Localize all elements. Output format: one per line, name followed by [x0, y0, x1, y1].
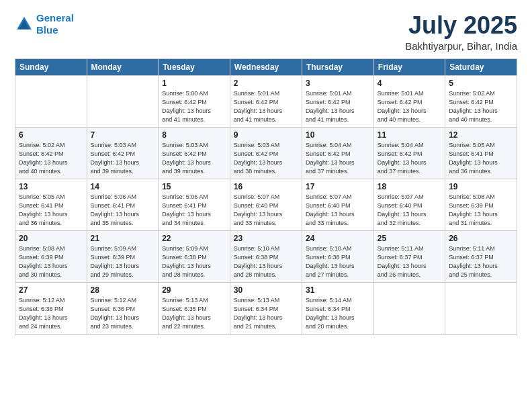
day-number: 13: [19, 182, 83, 191]
logo-icon: [15, 15, 34, 34]
day-number: 18: [378, 182, 441, 191]
calendar-cell: 6Sunrise: 5:02 AM Sunset: 6:42 PM Daylig…: [15, 127, 87, 179]
day-number: 6: [19, 130, 83, 140]
logo-general: General: [36, 12, 74, 24]
day-number: 23: [234, 234, 298, 243]
day-info: Sunrise: 5:06 AM Sunset: 6:41 PM Dayligh…: [91, 193, 155, 228]
day-number: 29: [162, 285, 226, 295]
day-info: Sunrise: 5:05 AM Sunset: 6:41 PM Dayligh…: [19, 193, 83, 228]
day-info: Sunrise: 5:10 AM Sunset: 6:38 PM Dayligh…: [234, 244, 298, 279]
day-number: 30: [234, 285, 298, 295]
day-number: 21: [91, 234, 155, 243]
day-info: Sunrise: 5:01 AM Sunset: 6:42 PM Dayligh…: [306, 89, 370, 124]
day-number: 15: [162, 182, 226, 191]
day-info: Sunrise: 5:02 AM Sunset: 6:42 PM Dayligh…: [19, 141, 83, 176]
day-number: 1: [162, 79, 226, 88]
weekday-header-thursday: Thursday: [302, 58, 374, 75]
logo-text: General Blue: [36, 12, 74, 36]
day-number: 25: [378, 234, 441, 243]
calendar-week-1: 1Sunrise: 5:00 AM Sunset: 6:42 PM Daylig…: [15, 75, 517, 127]
day-info: Sunrise: 5:13 AM Sunset: 6:34 PM Dayligh…: [234, 296, 298, 331]
day-info: Sunrise: 5:08 AM Sunset: 6:39 PM Dayligh…: [449, 193, 513, 228]
day-number: 4: [378, 79, 441, 88]
day-number: 22: [162, 234, 226, 243]
weekday-header-wednesday: Wednesday: [230, 58, 302, 75]
calendar-cell: [15, 75, 87, 127]
header: General Blue July 2025 Bakhtiyarpur, Bih…: [15, 12, 517, 52]
calendar-cell: 27Sunrise: 5:12 AM Sunset: 6:36 PM Dayli…: [15, 283, 87, 334]
page: General Blue July 2025 Bakhtiyarpur, Bih…: [0, 0, 532, 411]
day-number: 17: [306, 182, 370, 191]
calendar-cell: 26Sunrise: 5:11 AM Sunset: 6:37 PM Dayli…: [445, 231, 517, 283]
calendar-cell: 19Sunrise: 5:08 AM Sunset: 6:39 PM Dayli…: [445, 179, 517, 230]
day-info: Sunrise: 5:06 AM Sunset: 6:41 PM Dayligh…: [162, 193, 226, 228]
day-info: Sunrise: 5:12 AM Sunset: 6:36 PM Dayligh…: [19, 296, 83, 331]
calendar-cell: 23Sunrise: 5:10 AM Sunset: 6:38 PM Dayli…: [230, 231, 302, 283]
day-number: 11: [378, 130, 441, 140]
day-number: 3: [306, 79, 370, 88]
calendar-week-3: 13Sunrise: 5:05 AM Sunset: 6:41 PM Dayli…: [15, 179, 517, 230]
day-number: 12: [449, 130, 513, 140]
day-number: 31: [306, 285, 370, 295]
calendar-cell: 22Sunrise: 5:09 AM Sunset: 6:38 PM Dayli…: [159, 231, 230, 283]
day-number: 28: [91, 285, 155, 295]
day-number: 27: [19, 285, 83, 295]
calendar-cell: [445, 283, 517, 334]
day-info: Sunrise: 5:13 AM Sunset: 6:35 PM Dayligh…: [162, 296, 226, 331]
calendar-table: SundayMondayTuesdayWednesdayThursdayFrid…: [15, 58, 517, 335]
calendar-cell: 21Sunrise: 5:09 AM Sunset: 6:39 PM Dayli…: [87, 231, 159, 283]
calendar-cell: 29Sunrise: 5:13 AM Sunset: 6:35 PM Dayli…: [159, 283, 230, 334]
day-info: Sunrise: 5:14 AM Sunset: 6:34 PM Dayligh…: [306, 296, 370, 331]
day-number: 8: [162, 130, 226, 140]
title-block: July 2025 Bakhtiyarpur, Bihar, India: [405, 12, 517, 52]
weekday-header-friday: Friday: [373, 58, 445, 75]
month-title: July 2025: [405, 12, 517, 39]
day-info: Sunrise: 5:09 AM Sunset: 6:39 PM Dayligh…: [91, 244, 155, 279]
location-title: Bakhtiyarpur, Bihar, India: [405, 40, 517, 52]
day-info: Sunrise: 5:10 AM Sunset: 6:38 PM Dayligh…: [306, 244, 370, 279]
day-number: 26: [449, 234, 513, 243]
calendar-week-2: 6Sunrise: 5:02 AM Sunset: 6:42 PM Daylig…: [15, 127, 517, 179]
calendar-cell: 31Sunrise: 5:14 AM Sunset: 6:34 PM Dayli…: [302, 283, 374, 334]
calendar-cell: 2Sunrise: 5:01 AM Sunset: 6:42 PM Daylig…: [230, 75, 302, 127]
day-number: 10: [306, 130, 370, 140]
calendar-cell: 28Sunrise: 5:12 AM Sunset: 6:36 PM Dayli…: [87, 283, 159, 334]
day-info: Sunrise: 5:07 AM Sunset: 6:40 PM Dayligh…: [234, 193, 298, 228]
day-info: Sunrise: 5:03 AM Sunset: 6:42 PM Dayligh…: [91, 141, 155, 176]
calendar-cell: 9Sunrise: 5:03 AM Sunset: 6:42 PM Daylig…: [230, 127, 302, 179]
day-info: Sunrise: 5:07 AM Sunset: 6:40 PM Dayligh…: [306, 193, 370, 228]
day-number: 24: [306, 234, 370, 243]
calendar-week-4: 20Sunrise: 5:08 AM Sunset: 6:39 PM Dayli…: [15, 231, 517, 283]
calendar-cell: 10Sunrise: 5:04 AM Sunset: 6:42 PM Dayli…: [302, 127, 374, 179]
day-info: Sunrise: 5:09 AM Sunset: 6:38 PM Dayligh…: [162, 244, 226, 279]
calendar-cell: 12Sunrise: 5:05 AM Sunset: 6:41 PM Dayli…: [445, 127, 517, 179]
weekday-header-saturday: Saturday: [445, 58, 517, 75]
calendar-cell: 13Sunrise: 5:05 AM Sunset: 6:41 PM Dayli…: [15, 179, 87, 230]
calendar-cell: [373, 283, 445, 334]
calendar-cell: 25Sunrise: 5:11 AM Sunset: 6:37 PM Dayli…: [373, 231, 445, 283]
day-info: Sunrise: 5:03 AM Sunset: 6:42 PM Dayligh…: [234, 141, 298, 176]
calendar-cell: 30Sunrise: 5:13 AM Sunset: 6:34 PM Dayli…: [230, 283, 302, 334]
day-info: Sunrise: 5:05 AM Sunset: 6:41 PM Dayligh…: [449, 141, 513, 176]
day-info: Sunrise: 5:01 AM Sunset: 6:42 PM Dayligh…: [378, 89, 441, 124]
day-info: Sunrise: 5:12 AM Sunset: 6:36 PM Dayligh…: [91, 296, 155, 331]
calendar-cell: 8Sunrise: 5:03 AM Sunset: 6:42 PM Daylig…: [159, 127, 230, 179]
day-info: Sunrise: 5:04 AM Sunset: 6:42 PM Dayligh…: [378, 141, 441, 176]
day-info: Sunrise: 5:07 AM Sunset: 6:40 PM Dayligh…: [378, 193, 441, 228]
day-info: Sunrise: 5:02 AM Sunset: 6:42 PM Dayligh…: [449, 89, 513, 124]
weekday-header-monday: Monday: [87, 58, 159, 75]
day-info: Sunrise: 5:11 AM Sunset: 6:37 PM Dayligh…: [378, 244, 441, 279]
calendar-week-5: 27Sunrise: 5:12 AM Sunset: 6:36 PM Dayli…: [15, 283, 517, 334]
calendar-cell: [87, 75, 159, 127]
calendar-cell: 1Sunrise: 5:00 AM Sunset: 6:42 PM Daylig…: [159, 75, 230, 127]
day-number: 20: [19, 234, 83, 243]
calendar-cell: 3Sunrise: 5:01 AM Sunset: 6:42 PM Daylig…: [302, 75, 374, 127]
day-number: 2: [234, 79, 298, 88]
logo-blue: Blue: [36, 24, 58, 36]
weekday-header-sunday: Sunday: [15, 58, 87, 75]
day-info: Sunrise: 5:01 AM Sunset: 6:42 PM Dayligh…: [234, 89, 298, 124]
calendar-cell: 18Sunrise: 5:07 AM Sunset: 6:40 PM Dayli…: [373, 179, 445, 230]
day-info: Sunrise: 5:08 AM Sunset: 6:39 PM Dayligh…: [19, 244, 83, 279]
day-info: Sunrise: 5:04 AM Sunset: 6:42 PM Dayligh…: [306, 141, 370, 176]
day-info: Sunrise: 5:00 AM Sunset: 6:42 PM Dayligh…: [162, 89, 226, 124]
